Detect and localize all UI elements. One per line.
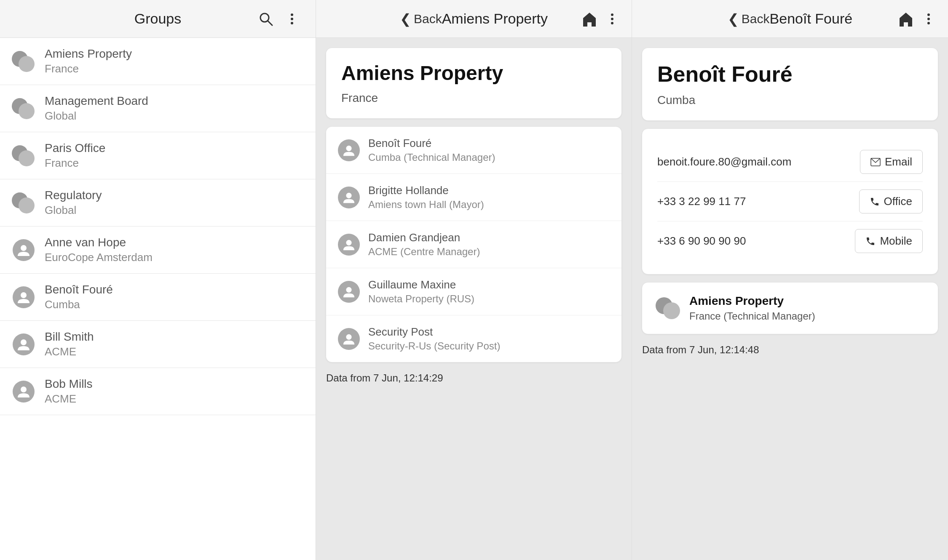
group-avatar-amiens: [12, 50, 35, 73]
member-avatar: [338, 234, 360, 256]
middle-home-button[interactable]: [581, 11, 598, 27]
office-phone-value: +33 3 22 99 11 77: [657, 195, 746, 208]
contact-name-card: Benoît Fouré Cumba: [642, 48, 938, 120]
list-item-text: Management Board Global: [45, 94, 148, 123]
svg-line-1: [268, 21, 272, 25]
right-menu-button[interactable]: [922, 12, 935, 26]
list-item[interactable]: Paris Office France: [0, 132, 316, 179]
list-item[interactable]: Anne van Hope EuroCope Amsterdam: [0, 227, 316, 274]
group-avatar-management: [12, 97, 35, 120]
svg-point-7: [611, 22, 613, 24]
svg-point-6: [611, 18, 613, 20]
benoit-timestamp: Data from 7 Jun, 12:14:48: [642, 344, 938, 356]
member-info: Brigitte Hollande Amiens town Hall (Mayo…: [368, 184, 484, 211]
right-panel-header: ❮ Back Benoît Fouré: [632, 0, 948, 37]
contact-org: Cumba: [657, 93, 923, 107]
mobile-phone-value: +33 6 90 90 90 90: [657, 235, 746, 248]
list-item-text: Regulatory Global: [45, 189, 102, 217]
right-back-button[interactable]: ❮ Back: [728, 11, 770, 27]
member-info: Guillaume Maxine Noweta Property (RUS): [368, 278, 474, 305]
mobile-phone-row: +33 6 90 90 90 90 Mobile: [657, 221, 923, 261]
list-item[interactable]: Amiens Property France: [0, 38, 316, 85]
person-avatar-bill: [12, 333, 35, 356]
main-content: Amiens Property France Management Board …: [0, 38, 948, 560]
list-item[interactable]: Benoît Fouré Cumba: [0, 274, 316, 321]
group-card-text: Amiens Property France (Technical Manage…: [689, 294, 815, 322]
svg-point-18: [346, 287, 351, 292]
list-item-text: Anne van Hope EuroCope Amsterdam: [45, 236, 153, 264]
email-button[interactable]: Email: [860, 150, 923, 174]
left-menu-button[interactable]: [285, 12, 299, 26]
amiens-title: Amiens Property: [341, 61, 606, 85]
top-bar: Groups ❮ Back Amiens Property: [0, 0, 948, 38]
group-avatar-regulatory: [12, 191, 35, 215]
contact-details-card: benoit.foure.80@gmail.com Email +33 3 22…: [642, 129, 938, 274]
list-item[interactable]: Regulatory Global: [0, 179, 316, 227]
svg-point-19: [346, 334, 351, 339]
svg-point-17: [346, 240, 351, 245]
left-header-title: Groups: [134, 11, 182, 27]
svg-point-16: [346, 192, 351, 198]
middle-panel: Amiens Property France Benoît Fouré Cumb…: [316, 38, 632, 560]
svg-point-11: [21, 245, 27, 251]
member-avatar: [338, 328, 360, 350]
svg-point-10: [927, 22, 930, 24]
member-item[interactable]: Brigitte Hollande Amiens town Hall (Mayo…: [326, 174, 621, 221]
group-avatar-paris: [12, 144, 35, 168]
middle-header-title: Amiens Property: [442, 11, 548, 27]
list-item[interactable]: Bob Mills ACME: [0, 368, 316, 415]
member-item[interactable]: Security Post Security-R-Us (Security Po…: [326, 315, 621, 362]
list-item[interactable]: Bill Smith ACME: [0, 321, 316, 368]
list-item-text: Amiens Property France: [45, 47, 132, 75]
list-item-text: Bob Mills ACME: [45, 377, 93, 405]
contact-name: Benoît Fouré: [657, 61, 923, 87]
member-avatar: [338, 139, 360, 161]
left-panel-header: Groups: [0, 0, 316, 37]
person-avatar-benoit: [12, 285, 35, 309]
amiens-timestamp: Data from 7 Jun, 12:14:29: [326, 372, 621, 384]
svg-point-9: [927, 18, 930, 20]
member-item[interactable]: Damien Grandjean ACME (Centre Manager): [326, 221, 621, 268]
app-container: Groups ❮ Back Amiens Property: [0, 0, 948, 560]
member-info: Benoît Fouré Cumba (Technical Manager): [368, 137, 495, 163]
left-panel: Amiens Property France Management Board …: [0, 38, 316, 560]
list-item-text: Bill Smith ACME: [45, 330, 94, 358]
email-row: benoit.foure.80@gmail.com Email: [657, 142, 923, 182]
amiens-members-card: Benoît Fouré Cumba (Technical Manager) B…: [326, 127, 621, 362]
email-value: benoit.foure.80@gmail.com: [657, 155, 791, 168]
right-home-button[interactable]: [897, 11, 914, 27]
svg-point-3: [291, 18, 293, 20]
right-header-title: Benoît Fouré: [770, 11, 853, 27]
svg-point-13: [21, 339, 27, 345]
amiens-subtitle: France: [341, 91, 606, 105]
list-item[interactable]: Management Board Global: [0, 85, 316, 132]
middle-menu-button[interactable]: [605, 12, 619, 26]
member-info: Security Post Security-R-Us (Security Po…: [368, 325, 500, 352]
list-item-text: Paris Office France: [45, 141, 105, 170]
member-avatar: [338, 187, 360, 208]
member-info: Damien Grandjean ACME (Centre Manager): [368, 231, 480, 258]
search-button[interactable]: [258, 11, 273, 27]
list-item-text: Benoît Fouré Cumba: [45, 283, 113, 311]
benoit-group-card[interactable]: Amiens Property France (Technical Manage…: [642, 283, 938, 334]
group-card-name: Amiens Property: [689, 294, 815, 308]
svg-point-12: [21, 292, 27, 298]
svg-point-15: [346, 145, 351, 151]
person-avatar-bob: [12, 380, 35, 403]
svg-point-5: [611, 13, 613, 16]
member-item[interactable]: Benoît Fouré Cumba (Technical Manager): [326, 127, 621, 174]
svg-point-8: [927, 13, 930, 16]
middle-back-button[interactable]: ❮ Back: [400, 11, 442, 27]
person-avatar-anne: [12, 238, 35, 262]
office-phone-row: +33 3 22 99 11 77 Office: [657, 182, 923, 221]
middle-panel-header: ❮ Back Amiens Property: [316, 0, 632, 37]
svg-point-2: [291, 13, 293, 16]
member-avatar: [338, 281, 360, 303]
right-panel: Benoît Fouré Cumba benoit.foure.80@gmail…: [632, 38, 948, 560]
mobile-button[interactable]: Mobile: [855, 229, 923, 253]
member-item[interactable]: Guillaume Maxine Noweta Property (RUS): [326, 268, 621, 315]
svg-point-14: [21, 387, 27, 392]
svg-point-4: [291, 22, 293, 24]
office-button[interactable]: Office: [859, 189, 923, 213]
amiens-title-card: Amiens Property France: [326, 48, 621, 118]
